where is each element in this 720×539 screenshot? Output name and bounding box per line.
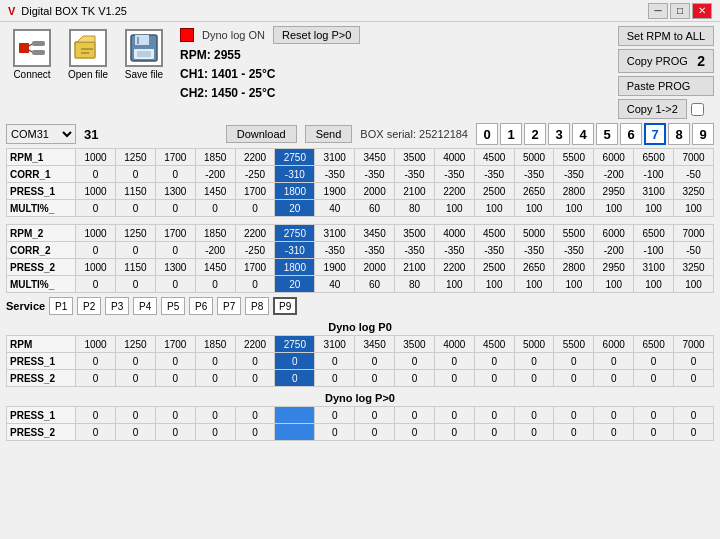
table-cell[interactable]: 3100 [634,259,674,276]
table-cell[interactable]: 1000 [76,336,116,353]
table-cell[interactable]: 0 [155,276,195,293]
table-cell[interactable]: 1000 [76,259,116,276]
table-cell[interactable]: 40 [315,200,355,217]
table-cell[interactable]: 6000 [594,336,634,353]
table-cell[interactable]: 2500 [474,259,514,276]
table-cell[interactable]: 0 [674,353,714,370]
table-cell[interactable]: 0 [514,407,554,424]
table-cell[interactable]: 1850 [195,149,235,166]
num-tab-9[interactable]: 9 [692,123,714,145]
num-tab-8[interactable]: 8 [668,123,690,145]
svc-tab-p1[interactable]: P1 [49,297,73,315]
table-cell[interactable]: -310 [275,166,315,183]
table-cell[interactable]: 0 [195,353,235,370]
table-cell[interactable]: 0 [434,424,474,441]
table-cell[interactable]: 0 [76,370,116,387]
num-tab-4[interactable]: 4 [572,123,594,145]
table-cell[interactable]: 0 [315,370,355,387]
table-cell[interactable]: 0 [634,424,674,441]
table-cell[interactable]: 1800 [275,183,315,200]
table-cell[interactable]: -100 [634,166,674,183]
download-button[interactable]: Download [226,125,297,143]
table-cell[interactable]: 100 [674,276,714,293]
table-cell[interactable]: -350 [355,166,395,183]
table-cell[interactable]: 0 [395,407,435,424]
table-cell[interactable]: 0 [116,407,156,424]
table-cell[interactable]: 2200 [434,259,474,276]
table-cell[interactable]: -350 [514,242,554,259]
table-cell[interactable]: -350 [514,166,554,183]
table-cell[interactable] [275,407,315,424]
table-cell[interactable]: 7000 [674,225,714,242]
table-cell[interactable]: 4000 [434,225,474,242]
table-cell[interactable]: 60 [355,276,395,293]
table-cell[interactable]: 80 [395,276,435,293]
table-cell[interactable]: 2650 [514,183,554,200]
table-cell[interactable]: -350 [315,242,355,259]
table-cell[interactable]: 1450 [195,183,235,200]
table-cell[interactable]: 1150 [116,259,156,276]
table-cell[interactable]: 3500 [395,336,435,353]
copy-12-checkbox[interactable] [691,103,704,116]
svc-tab-p5[interactable]: P5 [161,297,185,315]
table-cell[interactable]: 1250 [116,149,156,166]
table-cell[interactable]: 4500 [474,149,514,166]
table-cell[interactable]: 0 [395,353,435,370]
table-cell[interactable]: 6000 [594,149,634,166]
table-cell[interactable]: -100 [634,242,674,259]
table-cell[interactable]: 0 [474,407,514,424]
table-cell[interactable]: 2950 [594,183,634,200]
copy-prog-button[interactable]: Copy PROG 2 [618,49,714,73]
copy-12-button[interactable]: Copy 1->2 [618,99,687,119]
table-cell[interactable]: 100 [554,276,594,293]
table-cell[interactable]: -350 [315,166,355,183]
table-cell[interactable]: 4500 [474,225,514,242]
table-cell[interactable]: 1700 [155,225,195,242]
table-cell[interactable]: 100 [434,200,474,217]
table-cell[interactable]: 2800 [554,259,594,276]
table-cell[interactable]: 2000 [355,183,395,200]
table-cell[interactable]: 0 [474,370,514,387]
table-cell[interactable]: 1250 [116,225,156,242]
table-cell[interactable]: 0 [674,370,714,387]
table-cell[interactable]: 1700 [235,183,275,200]
table-cell[interactable]: -200 [195,242,235,259]
table-cell[interactable]: 0 [674,407,714,424]
table-cell[interactable]: 2000 [355,259,395,276]
table-cell[interactable]: -350 [474,166,514,183]
table-cell[interactable]: 0 [355,353,395,370]
table-cell[interactable]: 100 [474,200,514,217]
table-cell[interactable]: -50 [674,242,714,259]
reset-log-button[interactable]: Reset log P>0 [273,26,360,44]
table-cell[interactable]: 0 [76,276,116,293]
table-cell[interactable]: 100 [594,276,634,293]
table-cell[interactable]: 0 [155,200,195,217]
table-cell[interactable]: 2500 [474,183,514,200]
table-cell[interactable]: 0 [434,370,474,387]
table-cell[interactable]: 2750 [275,149,315,166]
table-cell[interactable]: 5000 [514,225,554,242]
table-cell[interactable]: 100 [594,200,634,217]
table-cell[interactable]: 0 [474,353,514,370]
table-cell[interactable]: 0 [235,407,275,424]
table-cell[interactable]: 0 [116,276,156,293]
table-cell[interactable]: 80 [395,200,435,217]
table-cell[interactable]: -350 [395,242,435,259]
table-cell[interactable]: -350 [474,242,514,259]
com-port-select[interactable]: COM31 [6,124,76,144]
table-cell[interactable]: 3100 [315,149,355,166]
table-cell[interactable]: 1700 [155,336,195,353]
table-cell[interactable]: 0 [594,353,634,370]
table-cell[interactable]: 1300 [155,259,195,276]
table-cell[interactable]: 0 [235,276,275,293]
table-cell[interactable]: -250 [235,242,275,259]
table-cell[interactable]: 0 [195,407,235,424]
table-cell[interactable]: 100 [634,200,674,217]
num-tab-1[interactable]: 1 [500,123,522,145]
table-cell[interactable]: 0 [554,370,594,387]
table-cell[interactable]: 1850 [195,336,235,353]
table-cell[interactable]: 0 [235,370,275,387]
table-cell[interactable]: 0 [235,424,275,441]
svc-tab-p2[interactable]: P2 [77,297,101,315]
table-cell[interactable]: -350 [355,242,395,259]
